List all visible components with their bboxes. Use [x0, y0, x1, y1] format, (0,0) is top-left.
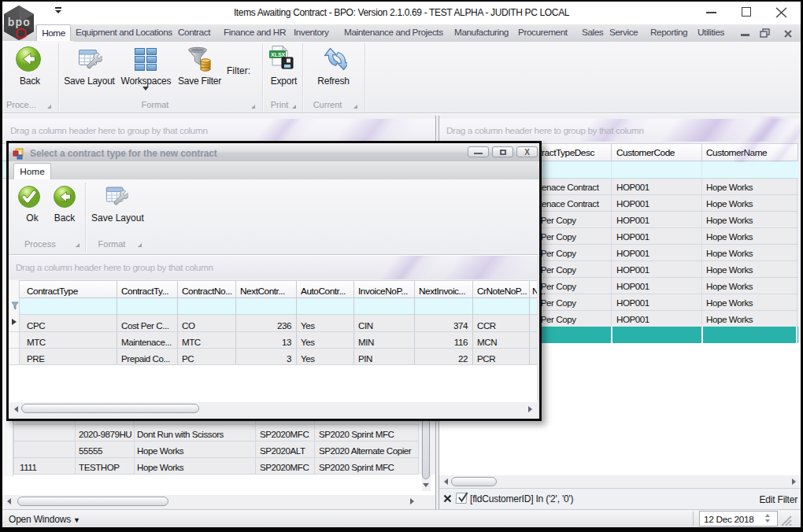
svg-text:XLSX: XLSX: [271, 52, 286, 57]
svg-text:bpo: bpo: [8, 16, 31, 28]
